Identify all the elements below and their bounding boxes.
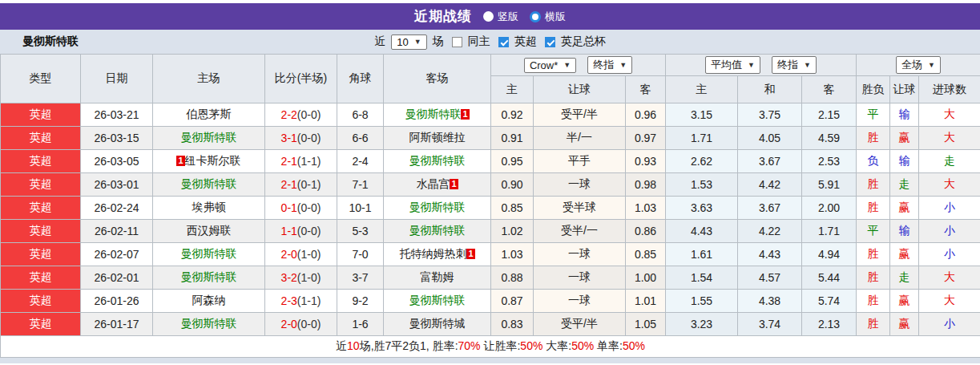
same-home-label: 同主 <box>468 34 490 49</box>
asian-away-odds-cell: 1.00 <box>626 266 666 290</box>
radio-unselected-icon[interactable] <box>483 11 494 22</box>
red-card-badge: 1 <box>466 249 474 259</box>
score-cell: 2-1(0-1) <box>265 173 337 197</box>
match-type-cell: 英超 <box>1 103 81 127</box>
table-row: 英超26-03-01曼彻斯特联2-1(0-1)7-1水晶宫10.90一球0.98… <box>1 173 980 197</box>
match-type-cell: 英超 <box>1 150 81 173</box>
away-team-cell: 曼彻斯特联 <box>384 197 491 220</box>
chevron-down-icon: ▼ <box>928 61 935 69</box>
recent-results-panel: 近期战绩 竖版 横版 曼彻斯特联 近 10 ▼ 场 同主 英超 英足总杯 <box>0 0 980 363</box>
page-title: 近期战绩 <box>414 7 472 26</box>
same-home-checkbox[interactable] <box>452 37 462 47</box>
corners-cell: 5-3 <box>337 220 384 243</box>
away-team-cell: 阿斯顿维拉 <box>384 127 491 150</box>
column-header-score: 比分(半场) <box>265 55 337 103</box>
match-scope-select[interactable]: 全场 ▼ <box>896 56 941 74</box>
score-cell: 2-0(1-0) <box>265 243 337 266</box>
score-cell: 3-1(0-0) <box>265 127 337 150</box>
horizontal-layout-radio[interactable]: 横版 <box>530 10 566 24</box>
asian-home-odds-cell: 1.03 <box>491 243 534 266</box>
summary-segment: 10 <box>347 339 360 352</box>
euro-home-odds-cell: 1.54 <box>666 266 738 290</box>
euro-home-odds-cell: 1.53 <box>666 173 738 197</box>
euro-draw-odds-cell: 4.42 <box>738 173 802 197</box>
match-type-cell: 英超 <box>1 313 81 336</box>
table-row: 英超26-01-17曼彻斯特联2-0(0-0)1-6曼彻斯特城0.83受平/半1… <box>1 313 980 336</box>
handicap-cell: 一球 <box>534 266 626 290</box>
facup-checkbox[interactable] <box>545 37 555 47</box>
score-cell: 2-0(0-0) <box>265 313 337 336</box>
asian-home-odds-cell: 1.02 <box>491 220 534 243</box>
column-header-date: 日期 <box>81 55 153 103</box>
date-cell: 26-03-01 <box>81 173 153 197</box>
euro-draw-odds-cell: 4.22 <box>738 220 802 243</box>
asian-home-odds-cell: 0.88 <box>491 266 534 290</box>
summary-segment: 场,胜7平2负1, 胜率: <box>360 339 458 352</box>
handicap-result-cell: 赢 <box>890 243 919 266</box>
goals-over-under-cell: 大 <box>919 103 980 127</box>
corners-cell: 2-4 <box>337 150 384 173</box>
euro-draw-odds-cell: 3.67 <box>738 197 802 220</box>
asian-away-odds-cell: 0.93 <box>626 150 666 173</box>
home-team-cell: 1纽卡斯尔联 <box>153 150 265 173</box>
league-checkbox[interactable] <box>498 37 509 47</box>
chevron-down-icon: ▼ <box>563 61 571 69</box>
results-table: 类型 日期 主场 比分(半场) 角球 客场 Crow* ▼ 终指 ▼ <box>0 54 980 358</box>
result-group-header: 全场 ▼ <box>857 55 980 76</box>
matches-label: 场 <box>433 34 444 49</box>
match-type-cell: 英超 <box>1 127 81 150</box>
asian-home-odds-cell: 0.95 <box>491 150 534 173</box>
handicap-result-cell: 赢 <box>890 313 919 336</box>
handicap-cell: 半/一 <box>534 127 626 150</box>
euro-away-odds-cell: 2.13 <box>802 313 857 336</box>
score-cell: 2-3(1-1) <box>265 290 337 313</box>
date-cell: 26-01-17 <box>81 313 153 336</box>
asian-away-odds-cell: 1.01 <box>626 290 666 313</box>
home-team-cell: 曼彻斯特联 <box>153 173 265 197</box>
asian-away-odds-cell: 0.96 <box>626 103 666 127</box>
euro-away-odds-cell: 4.59 <box>802 127 857 150</box>
table-row: 英超26-03-051纽卡斯尔联2-1(1-1)2-4曼彻斯特联0.95平手0.… <box>1 150 980 173</box>
match-type-cell: 英超 <box>1 243 81 266</box>
goals-over-under-cell: 大 <box>919 266 980 290</box>
euro-average-select[interactable]: 平均值 ▼ <box>705 56 760 74</box>
win-loss-cell: 负 <box>857 150 890 173</box>
column-sub-header: 客 <box>626 76 666 103</box>
summary-segment: 近 <box>336 339 347 352</box>
match-type-cell: 英超 <box>1 197 81 220</box>
goals-over-under-cell: 大 <box>919 290 980 313</box>
summary-segment: 让胜率: <box>481 339 521 352</box>
red-card-badge: 1 <box>450 179 458 189</box>
chevron-down-icon: ▼ <box>619 61 627 69</box>
match-count-select[interactable]: 10 ▼ <box>391 34 426 50</box>
handicap-result-cell: 走 <box>890 173 919 197</box>
win-loss-cell: 胜 <box>857 266 890 290</box>
column-sub-header: 客 <box>802 76 857 103</box>
score-cell: 2-2(0-0) <box>265 103 337 127</box>
asian-final-index-select[interactable]: 终指 ▼ <box>587 56 632 74</box>
column-sub-header: 让球 <box>534 76 626 103</box>
euro-home-odds-cell: 2.62 <box>666 150 738 173</box>
table-row: 英超26-03-21伯恩茅斯2-2(0-0)6-8曼彻斯特联10.92受平/半0… <box>1 103 980 127</box>
euro-final-index-select[interactable]: 终指 ▼ <box>772 56 817 74</box>
column-sub-header: 和 <box>738 76 802 103</box>
euro-away-odds-cell: 1.71 <box>802 220 857 243</box>
handicap-result-cell: 走 <box>890 266 919 290</box>
summary-footer: 近10场,胜7平2负1, 胜率:70% 让胜率:50% 大率:50% 单率:50… <box>1 336 980 358</box>
euro-away-odds-cell: 2.53 <box>802 150 857 173</box>
handicap-result-cell: 输 <box>890 220 919 243</box>
home-team-cell: 西汉姆联 <box>153 220 265 243</box>
column-sub-header: 主 <box>491 76 534 103</box>
home-team-cell: 伯恩茅斯 <box>153 103 265 127</box>
radio-selected-icon[interactable] <box>530 11 541 22</box>
vertical-layout-radio[interactable]: 竖版 <box>483 10 518 24</box>
win-loss-cell: 平 <box>857 103 890 127</box>
asian-home-odds-cell: 0.92 <box>491 103 534 127</box>
win-loss-cell: 胜 <box>857 197 890 220</box>
match-type-cell: 英超 <box>1 173 81 197</box>
away-team-cell: 富勒姆 <box>384 266 491 290</box>
table-row: 英超26-01-26阿森纳2-3(1-1)9-2曼彻斯特联0.87一球1.011… <box>1 290 980 313</box>
odds-source-select[interactable]: Crow* ▼ <box>524 58 576 73</box>
date-cell: 26-03-15 <box>81 127 153 150</box>
asian-away-odds-cell: 0.86 <box>626 220 666 243</box>
